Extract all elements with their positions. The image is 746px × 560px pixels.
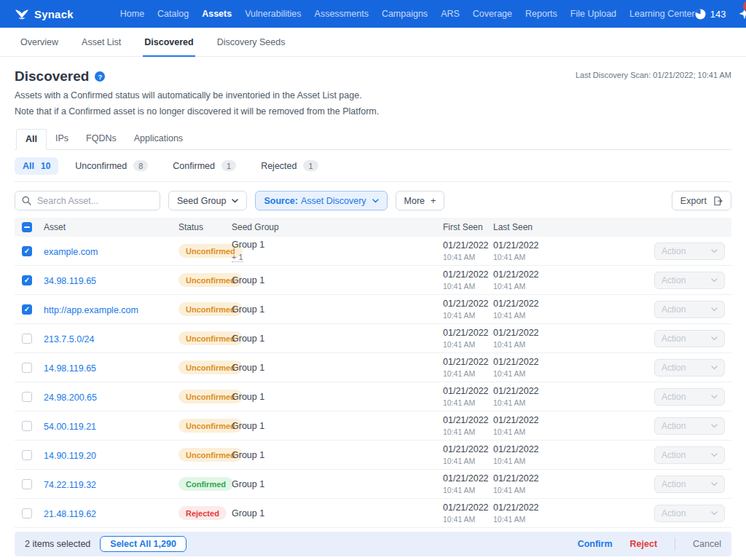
nav-item[interactable]: Catalog: [157, 9, 189, 19]
more-filters-button[interactable]: More +: [396, 191, 445, 210]
select-all-checkbox[interactable]: [22, 222, 32, 232]
last-seen-date: 01/21/2022: [493, 269, 651, 280]
nav-item[interactable]: File Upload: [570, 9, 616, 19]
section-tab[interactable]: Discovery Seeds: [216, 28, 287, 57]
cancel-button[interactable]: Cancel: [693, 539, 721, 549]
action-dropdown[interactable]: Action: [654, 505, 725, 522]
asset-link[interactable]: 54.00.119.21: [44, 422, 96, 432]
source-filter-label: Source:: [264, 196, 298, 206]
section-tab[interactable]: Overview: [19, 28, 60, 57]
table-row: 213.7.5.0/24 Unconfirmed Group 1 01/21/2…: [15, 324, 731, 353]
chevron-down-icon: [711, 249, 718, 253]
action-dropdown[interactable]: Action: [654, 272, 725, 289]
nav-item[interactable]: Home: [120, 9, 144, 19]
section-tab[interactable]: Asset List: [80, 28, 122, 57]
confirm-button[interactable]: Confirm: [578, 539, 613, 549]
action-label: Action: [661, 363, 686, 373]
table-row: 14.98.119.65 Unconfirmed Group 1 01/21/2…: [15, 353, 731, 382]
table-body: example.com Unconfirmed Group 1 + 1 01/2…: [15, 237, 731, 528]
column-header-first-seen: First Seen: [443, 222, 493, 232]
seed-group-value: Group 1: [232, 334, 443, 344]
seed-group-filter-button[interactable]: Seed Group: [168, 191, 247, 210]
row-checkbox[interactable]: [22, 450, 32, 460]
reject-button[interactable]: Reject: [630, 539, 658, 549]
action-dropdown[interactable]: Action: [654, 242, 725, 260]
export-button[interactable]: Export: [672, 191, 731, 210]
help-icon[interactable]: ?: [95, 71, 105, 82]
asset-link[interactable]: 34.98.119.65: [44, 276, 96, 286]
row-checkbox[interactable]: [22, 392, 32, 402]
row-checkbox[interactable]: [22, 334, 32, 344]
top-nav: Synack HomeCatalogAssetsVulnerabilitiesA…: [0, 0, 746, 28]
asset-type-tab[interactable]: FQDNs: [77, 129, 125, 149]
chevron-down-icon: [711, 511, 718, 516]
status-filter-tab[interactable]: Confirmed 1: [165, 157, 244, 175]
row-checkbox[interactable]: [22, 304, 32, 315]
action-dropdown[interactable]: Action: [654, 330, 725, 347]
nav-item[interactable]: Coverage: [473, 9, 512, 19]
action-label: Action: [661, 392, 686, 402]
status-filter-tab[interactable]: Rejected 1: [253, 157, 326, 175]
asset-link[interactable]: 14.90.119.20: [44, 451, 96, 461]
first-seen-time: 10:41 AM: [443, 398, 493, 407]
row-checkbox[interactable]: [22, 421, 32, 431]
action-dropdown[interactable]: Action: [654, 359, 725, 376]
status-filter-count: 10: [41, 161, 50, 171]
description-line-2: Note that if a Confirmed asset is no lon…: [15, 106, 731, 117]
row-checkbox[interactable]: [22, 508, 32, 518]
synack-logo[interactable]: Synack: [15, 7, 74, 20]
nav-item[interactable]: Vulnerabilities: [245, 9, 301, 19]
action-dropdown[interactable]: Action: [654, 476, 725, 493]
asset-type-tab[interactable]: Applications: [125, 129, 192, 149]
asset-type-tab[interactable]: IPs: [47, 129, 77, 149]
table-row: 21.48.119.62 Rejected Group 1 01/21/2022…: [15, 499, 731, 528]
seed-extra-link[interactable]: + 1: [232, 253, 243, 262]
nav-item[interactable]: Campaigns: [382, 9, 428, 19]
nav-item[interactable]: Assets: [202, 9, 232, 19]
asset-link[interactable]: 74.22.119.32: [44, 480, 96, 490]
asset-link[interactable]: 14.98.119.65: [44, 363, 96, 374]
select-all-button[interactable]: Select All 1,290: [100, 536, 186, 552]
action-label: Action: [661, 304, 686, 315]
source-filter-button[interactable]: Source: Asset Discovery: [255, 191, 387, 210]
table-row: 54.00.119.21 Unconfirmed Group 1 01/21/2…: [15, 411, 731, 441]
nav-item[interactable]: ARS: [441, 9, 460, 19]
action-label: Action: [661, 450, 686, 460]
nav-item[interactable]: Reports: [525, 9, 557, 19]
last-seen-date: 01/21/2022: [493, 386, 651, 396]
row-checkbox[interactable]: [22, 479, 32, 489]
asset-link[interactable]: 213.7.5.0/24: [44, 334, 95, 344]
seed-group-value: Group 1: [232, 479, 443, 489]
nav-item[interactable]: Learning Center: [629, 9, 695, 19]
status-filter-tabs: All 10 Unconfirmed 8 Confirmed 1 Rejecte…: [15, 150, 731, 182]
asset-link[interactable]: 21.48.119.62: [44, 509, 96, 519]
section-tab[interactable]: Discovered: [143, 28, 195, 57]
row-checkbox[interactable]: [22, 275, 32, 285]
brand-name: Synack: [34, 8, 74, 20]
token-balance[interactable]: 143: [695, 9, 726, 20]
asset-link[interactable]: 24.98.200.65: [44, 393, 97, 403]
asset-type-tab[interactable]: All: [16, 129, 47, 150]
nav-item[interactable]: Assessments: [315, 9, 369, 19]
notifications-button[interactable]: 21: [739, 8, 746, 20]
row-checkbox[interactable]: [22, 363, 32, 373]
action-label: Action: [661, 479, 686, 489]
nav-menu: HomeCatalogAssetsVulnerabilitiesAssessme…: [120, 9, 695, 19]
action-dropdown[interactable]: Action: [654, 417, 725, 435]
asset-link[interactable]: http://app.example.com: [44, 305, 138, 315]
action-dropdown[interactable]: Action: [654, 388, 725, 406]
table-row: 34.98.119.65 Unconfirmed Group 1 01/21/2…: [15, 266, 731, 295]
status-filter-tab[interactable]: All 10: [15, 157, 58, 175]
asset-link[interactable]: example.com: [44, 247, 98, 257]
action-label: Action: [661, 508, 686, 518]
search-input[interactable]: [37, 196, 153, 206]
search-box[interactable]: [15, 191, 160, 210]
action-dropdown[interactable]: Action: [654, 446, 725, 464]
row-checkbox[interactable]: [22, 246, 32, 256]
first-seen-time: 10:41 AM: [443, 282, 493, 291]
asset-type-tabs: AllIPsFQDNsApplications: [15, 129, 731, 150]
status-filter-tab[interactable]: Unconfirmed 8: [67, 157, 156, 175]
action-dropdown[interactable]: Action: [654, 301, 725, 318]
last-discovery-scan: Last Discovery Scan: 01/21/2022; 10:41 A…: [576, 71, 731, 79]
seed-group-value: Group 1: [232, 304, 443, 315]
